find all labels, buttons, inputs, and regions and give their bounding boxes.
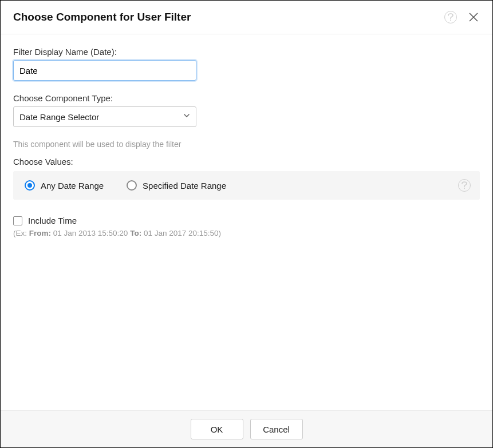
checkbox-indicator [13,216,22,225]
example-prefix: (Ex: [13,229,29,237]
example-to-value: 01 Jan 2017 20:15:50) [141,229,221,237]
filter-name-label: Filter Display Name (Date): [13,47,480,57]
radio-indicator-selected [25,180,35,191]
svg-point-0 [450,19,451,21]
helper-text: This component will be used to display t… [13,140,480,149]
values-help-icon[interactable] [458,179,471,192]
dialog-title: Choose Component for User Filter [13,11,191,23]
component-type-label: Choose Component Type: [13,93,480,103]
example-from-label: From: [29,229,51,237]
cancel-button[interactable]: Cancel [250,419,303,439]
include-time-checkbox[interactable]: Include Time [13,216,480,225]
radio-specified-date-range[interactable]: Specified Date Range [127,180,226,191]
filter-name-field: Filter Display Name (Date): [13,47,480,81]
close-icon[interactable] [467,11,480,23]
component-type-selected: Date Range Selector [13,106,196,127]
dialog-header: Choose Component for User Filter [1,1,492,34]
dialog-body: Filter Display Name (Date): Choose Compo… [1,34,492,410]
example-from-value: 01 Jan 2013 15:50:20 [51,229,130,237]
ok-button[interactable]: OK [191,419,243,439]
filter-name-input[interactable] [13,60,196,81]
component-type-field: Choose Component Type: Date Range Select… [13,93,480,127]
radio-indicator [127,180,137,191]
example-to-label: To: [130,229,141,237]
include-time-example: (Ex: From: 01 Jan 2013 15:50:20 To: 01 J… [13,229,480,237]
component-type-select[interactable]: Date Range Selector [13,106,196,127]
include-time-label: Include Time [28,216,77,225]
radio-any-date-range-label: Any Date Range [41,181,104,191]
help-icon[interactable] [444,11,457,23]
dialog-footer: OK Cancel [1,410,492,447]
values-radio-group: Any Date Range Specified Date Range [13,171,480,200]
radio-any-date-range[interactable]: Any Date Range [25,180,104,191]
header-icons [444,11,480,23]
choose-values-label: Choose Values: [13,157,480,166]
svg-point-3 [464,188,465,189]
radio-specified-date-range-label: Specified Date Range [143,181,226,191]
